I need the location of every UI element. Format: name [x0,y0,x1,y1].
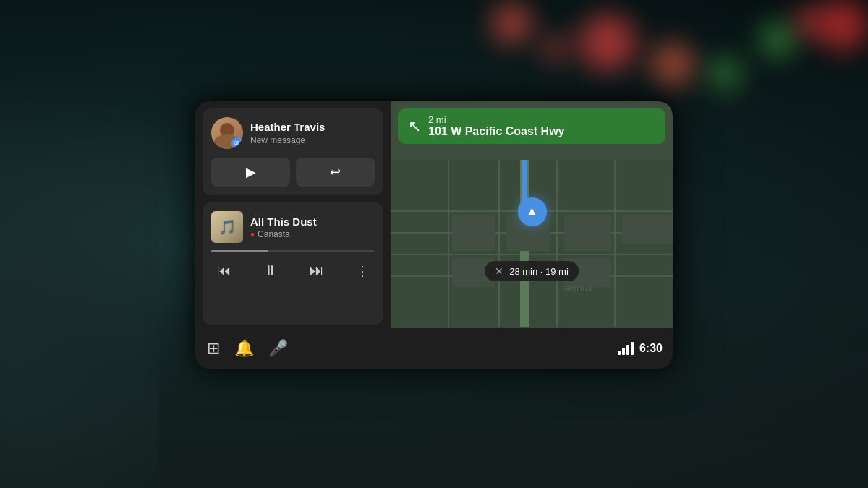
signal-bar-1 [618,351,621,355]
progress-fill [211,250,268,252]
signal-bar-2 [622,348,625,355]
nav-info: 2 mi 101 W Pacific Coast Hwy [428,114,565,138]
bell-icon[interactable]: 🔔 [234,339,254,358]
steering-wheel-area [0,0,159,488]
bottom-nav-left: ⊞ 🔔 🎤 [207,339,288,358]
location-outer-ring: ▲ [518,197,547,226]
message-card: ✉ Heather Travis New message ▶ ↩ [203,108,383,195]
bottom-nav-bar: ⊞ 🔔 🎤 6:30 [195,328,673,369]
message-header: ✉ Heather Travis New message [211,117,375,149]
aa-map-panel: Dunmore Dr Grimm Dr ↖ 2 mi 101 W Pacific [391,101,673,328]
signal-bar-3 [626,345,629,355]
message-info: Heather Travis New message [250,121,375,145]
svg-rect-17 [564,215,611,251]
location-indicator: ▲ [518,197,547,226]
message-sender: Heather Travis [250,121,375,134]
turn-arrow-icon: ↖ [408,117,421,136]
progress-bar[interactable] [211,250,375,252]
eta-text: 28 min · 19 mi [509,266,569,277]
message-subtitle-text: New message [250,135,305,145]
eta-close-icon[interactable]: ✕ [495,265,503,277]
music-header: 🎵 All This Dust ● Canasta [211,211,375,243]
nav-distance: 2 mi [428,114,565,125]
pause-button[interactable]: ⏸ [258,260,284,282]
music-controls: ⏮ ⏸ ⏭ ⋮ [211,260,375,282]
avatar: ✉ [211,117,243,149]
music-artist-name: Canasta [258,229,290,239]
more-options-button[interactable]: ⋮ [350,260,375,282]
message-badge-icon: ✉ [234,140,240,147]
music-source-icon: ● [250,230,255,238]
aa-left-panel: ✉ Heather Travis New message ▶ ↩ [195,101,391,328]
aa-main-content: ✉ Heather Travis New message ▶ ↩ [195,101,673,328]
aa-display: ✉ Heather Travis New message ▶ ↩ [195,101,673,369]
message-subtitle: New message [250,135,375,145]
svg-rect-19 [622,215,673,244]
message-badge: ✉ [231,137,243,149]
clock-display: 6:30 [639,342,663,355]
navigation-header: ↖ 2 mi 101 W Pacific Coast Hwy [398,108,665,144]
android-auto-screen: ✉ Heather Travis New message ▶ ↩ [195,101,673,369]
reply-message-button[interactable]: ↩ [296,158,375,187]
next-track-button[interactable]: ⏭ [304,260,330,282]
music-title: All This Dust [250,215,375,228]
signal-bars [618,342,634,355]
music-info: All This Dust ● Canasta [250,215,375,239]
bottom-nav-right: 6:30 [618,342,663,355]
signal-bar-4 [631,342,634,355]
music-artist: ● Canasta [250,229,375,239]
location-arrow-icon: ▲ [526,204,539,219]
grid-icon[interactable]: ⊞ [207,339,220,358]
album-art: 🎵 [211,211,243,243]
mic-icon[interactable]: 🎤 [268,339,288,358]
eta-banner: ✕ 28 min · 19 mi [485,261,579,281]
message-actions: ▶ ↩ [211,158,375,187]
play-message-button[interactable]: ▶ [211,158,290,187]
nav-road-name: 101 W Pacific Coast Hwy [428,125,565,138]
svg-rect-14 [452,215,495,251]
music-card: 🎵 All This Dust ● Canasta ⏮ [203,202,383,325]
prev-track-button[interactable]: ⏮ [211,260,237,282]
